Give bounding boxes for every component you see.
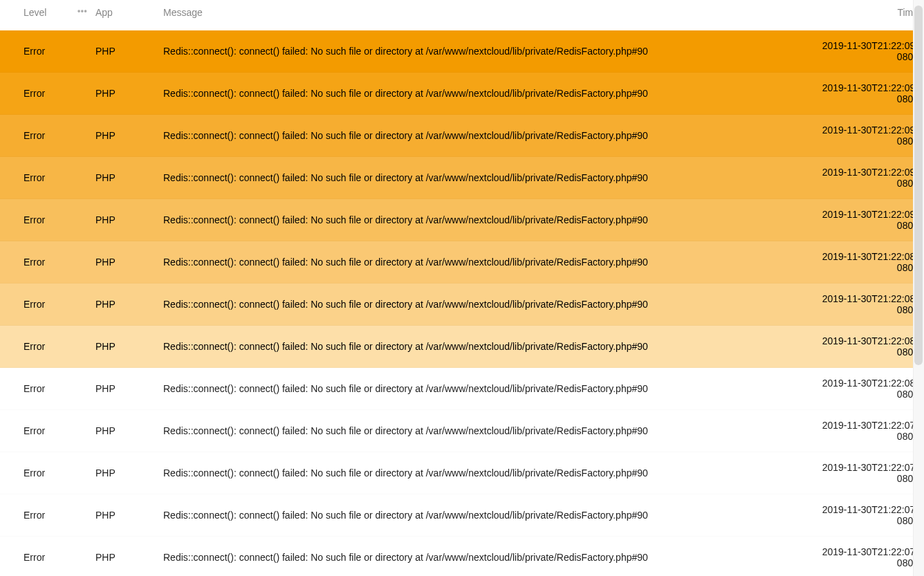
log-row[interactable]: ErrorPHPRedis::connect(): connect() fail… xyxy=(0,284,924,326)
row-indicator xyxy=(0,537,8,577)
log-row[interactable]: ErrorPHPRedis::connect(): connect() fail… xyxy=(0,326,924,368)
cell-message: Redis::connect(): connect() failed: No s… xyxy=(158,157,800,199)
cell-more xyxy=(72,73,90,115)
cell-app: PHP xyxy=(90,241,158,284)
cell-more xyxy=(72,199,90,241)
cell-level: Error xyxy=(8,452,72,494)
header-app[interactable]: App xyxy=(90,0,158,30)
log-row[interactable]: ErrorPHPRedis::connect(): connect() fail… xyxy=(0,115,924,157)
row-indicator xyxy=(0,326,8,368)
cell-app: PHP xyxy=(90,537,158,577)
cell-message: Redis::connect(): connect() failed: No s… xyxy=(158,537,800,577)
log-row[interactable]: ErrorPHPRedis::connect(): connect() fail… xyxy=(0,73,924,115)
row-indicator xyxy=(0,410,8,452)
row-indicator xyxy=(0,241,8,284)
cell-message: Redis::connect(): connect() failed: No s… xyxy=(158,115,800,157)
header-message-label: Message xyxy=(163,7,203,18)
cell-app: PHP xyxy=(90,157,158,199)
log-row[interactable]: ErrorPHPRedis::connect(): connect() fail… xyxy=(0,452,924,494)
log-row[interactable]: ErrorPHPRedis::connect(): connect() fail… xyxy=(0,157,924,199)
row-indicator xyxy=(0,284,8,326)
log-row[interactable]: ErrorPHPRedis::connect(): connect() fail… xyxy=(0,410,924,452)
cell-app: PHP xyxy=(90,284,158,326)
scrollbar-thumb[interactable] xyxy=(914,6,923,365)
cell-app: PHP xyxy=(90,73,158,115)
cell-level: Error xyxy=(8,30,72,73)
cell-more xyxy=(72,494,90,537)
cell-level: Error xyxy=(8,115,72,157)
cell-time: 2019-11-30T21:22:07-0800 xyxy=(800,452,924,494)
header-message[interactable]: Message xyxy=(158,0,800,30)
row-indicator xyxy=(0,115,8,157)
cell-message: Redis::connect(): connect() failed: No s… xyxy=(158,452,800,494)
log-row[interactable]: ErrorPHPRedis::connect(): connect() fail… xyxy=(0,368,924,410)
row-indicator xyxy=(0,368,8,410)
cell-more xyxy=(72,368,90,410)
cell-level: Error xyxy=(8,241,72,284)
cell-more xyxy=(72,157,90,199)
cell-app: PHP xyxy=(90,30,158,73)
cell-time: 2019-11-30T21:22:09-0800 xyxy=(800,30,924,73)
cell-app: PHP xyxy=(90,326,158,368)
row-indicator xyxy=(0,199,8,241)
more-icon: ••• xyxy=(77,9,87,13)
cell-message: Redis::connect(): connect() failed: No s… xyxy=(158,30,800,73)
cell-time: 2019-11-30T21:22:09-0800 xyxy=(800,73,924,115)
cell-time: 2019-11-30T21:22:09-0800 xyxy=(800,115,924,157)
cell-app: PHP xyxy=(90,368,158,410)
vertical-scrollbar[interactable] xyxy=(913,0,924,576)
header-level-label: Level xyxy=(24,7,46,18)
cell-message: Redis::connect(): connect() failed: No s… xyxy=(158,199,800,241)
cell-level: Error xyxy=(8,494,72,537)
log-row[interactable]: ErrorPHPRedis::connect(): connect() fail… xyxy=(0,199,924,241)
cell-more xyxy=(72,537,90,577)
cell-level: Error xyxy=(8,410,72,452)
cell-app: PHP xyxy=(90,452,158,494)
cell-time: 2019-11-30T21:22:08-0800 xyxy=(800,284,924,326)
row-indicator xyxy=(0,452,8,494)
cell-app: PHP xyxy=(90,494,158,537)
cell-more xyxy=(72,241,90,284)
cell-message: Redis::connect(): connect() failed: No s… xyxy=(158,410,800,452)
log-row[interactable]: ErrorPHPRedis::connect(): connect() fail… xyxy=(0,494,924,537)
cell-message: Redis::connect(): connect() failed: No s… xyxy=(158,241,800,284)
cell-level: Error xyxy=(8,73,72,115)
cell-time: 2019-11-30T21:22:08-0800 xyxy=(800,241,924,284)
header-more[interactable]: ••• xyxy=(72,0,90,30)
cell-level: Error xyxy=(8,537,72,577)
cell-more xyxy=(72,30,90,73)
cell-level: Error xyxy=(8,157,72,199)
table-header-row: Level ••• App Message Time xyxy=(0,0,924,30)
row-indicator xyxy=(0,494,8,537)
cell-level: Error xyxy=(8,368,72,410)
row-indicator xyxy=(0,157,8,199)
cell-more xyxy=(72,452,90,494)
cell-message: Redis::connect(): connect() failed: No s… xyxy=(158,326,800,368)
cell-more xyxy=(72,284,90,326)
cell-more xyxy=(72,326,90,368)
cell-app: PHP xyxy=(90,410,158,452)
cell-level: Error xyxy=(8,326,72,368)
cell-app: PHP xyxy=(90,199,158,241)
log-table: Level ••• App Message Time ErrorPHPRedis… xyxy=(0,0,924,576)
header-level[interactable]: Level xyxy=(8,0,72,30)
log-row[interactable]: ErrorPHPRedis::connect(): connect() fail… xyxy=(0,241,924,284)
cell-time: 2019-11-30T21:22:07-0800 xyxy=(800,537,924,577)
row-indicator xyxy=(0,30,8,73)
cell-time: 2019-11-30T21:22:09-0800 xyxy=(800,199,924,241)
cell-more xyxy=(72,410,90,452)
cell-level: Error xyxy=(8,284,72,326)
header-indicator xyxy=(0,0,8,30)
log-row[interactable]: ErrorPHPRedis::connect(): connect() fail… xyxy=(0,537,924,577)
header-app-label: App xyxy=(95,7,113,18)
log-row[interactable]: ErrorPHPRedis::connect(): connect() fail… xyxy=(0,30,924,73)
header-time[interactable]: Time xyxy=(800,0,924,30)
cell-app: PHP xyxy=(90,115,158,157)
cell-message: Redis::connect(): connect() failed: No s… xyxy=(158,284,800,326)
cell-message: Redis::connect(): connect() failed: No s… xyxy=(158,73,800,115)
row-indicator xyxy=(0,73,8,115)
cell-time: 2019-11-30T21:22:09-0800 xyxy=(800,157,924,199)
cell-time: 2019-11-30T21:22:07-0800 xyxy=(800,410,924,452)
cell-time: 2019-11-30T21:22:08-0800 xyxy=(800,326,924,368)
cell-message: Redis::connect(): connect() failed: No s… xyxy=(158,494,800,537)
